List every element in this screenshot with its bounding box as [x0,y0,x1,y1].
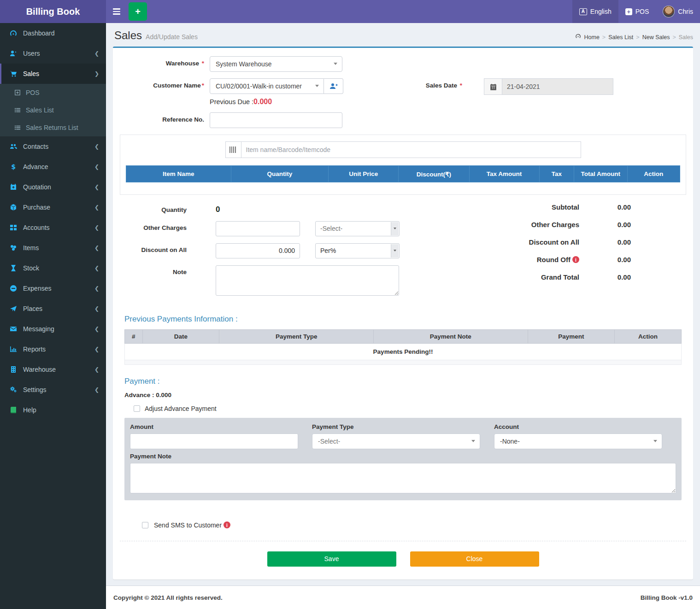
divider [120,541,686,541]
user-plus-icon [8,50,18,57]
sidebar-item-quotation[interactable]: Quotation ❮ [0,177,106,197]
copyright-text: Copyright © 2021 All rights reserved. [113,594,223,601]
chevron-left-icon: ❮ [94,143,99,150]
previous-due: Previous Due :0.000 [210,98,343,106]
sidebar-item-purchase[interactable]: Purchase ❮ [0,197,106,217]
building-icon [8,366,18,373]
calendar-plus-icon [8,183,18,191]
payment-note-label: Payment Note [130,453,676,460]
sidebar-item-accounts[interactable]: Accounts ❮ [0,217,106,238]
close-button[interactable]: Close [410,551,539,567]
chevron-left-icon: ❮ [94,184,99,190]
chevron-left-icon: ❮ [94,386,99,393]
chevron-left-icon: ❮ [94,366,99,373]
round-off-value: 0.00 [579,256,631,264]
warehouse-label: Warehouse * [120,56,210,67]
info-icon[interactable]: i [224,521,230,528]
discount-on-all-label: Discount on All [120,243,200,253]
note-textarea[interactable] [216,265,399,296]
language-menu[interactable]: A English [572,0,618,23]
sales-form-card: Warehouse * System Warehouse Customer Na… [113,47,693,580]
adjust-advance-checkbox[interactable] [134,405,140,412]
sidebar-item-dashboard[interactable]: Dashboard [0,23,106,43]
chevron-left-icon: ❮ [94,204,99,211]
sidebar-item-places[interactable]: Places ❮ [0,299,106,319]
sidebar-item-help[interactable]: Help [0,400,106,420]
cube-icon [8,204,18,211]
quick-add-button[interactable]: + [129,2,147,21]
account-label: Account [494,423,662,430]
sidebar-item-sales[interactable]: Sales ❯︎ [0,64,106,84]
quantity-total: 0 [216,203,220,214]
breadcrumb-home[interactable]: Home [584,34,599,41]
sidebar: Dashboard Users ❮ Sales ❯︎ POS Sales Lis… [0,23,106,609]
send-sms-checkbox[interactable] [142,522,148,528]
other-charges-label: Other Charges [120,221,200,231]
sidebar-item-users[interactable]: Users ❮ [0,43,106,64]
sales-date-input[interactable]: 21-04-2021 [502,78,613,95]
payments-pending-message: Payments Pending!! [125,343,682,360]
home-icon [575,34,581,41]
grand-total-label: Grand Total [541,273,579,281]
customer-select[interactable]: CU/02/0001-Walk-in customer [210,78,324,94]
hamburger-icon[interactable] [106,0,127,23]
account-select[interactable]: -None- [494,433,662,449]
payment-type-label: Payment Type [312,423,480,430]
gears-icon [8,386,18,393]
contacts-icon [8,143,18,150]
sidebar-item-contacts[interactable]: Contacts ❮ [0,136,106,157]
user-menu[interactable]: Chris [656,0,700,23]
warehouse-select[interactable]: System Warehouse [210,56,342,72]
adjust-advance-label: Adjust Advance Payment [145,405,217,412]
page-title: SalesAdd/Update Sales [114,29,198,42]
app-root: Billing Book + A English + POS Chris Das… [0,0,700,609]
chevron-left-icon: ❮ [94,265,99,271]
payment-note-textarea[interactable] [130,463,676,493]
info-icon[interactable]: i [572,256,579,263]
envelope-icon [8,325,18,333]
round-off-label: Round Offi [537,256,579,264]
sidebar-subitem-pos[interactable]: POS [0,84,106,101]
amount-input[interactable] [130,433,298,449]
sidebar-item-settings[interactable]: Settings ❮ [0,380,106,400]
sidebar-item-warehouse[interactable]: Warehouse ❮ [0,359,106,380]
grand-total-value: 0.00 [579,273,631,281]
pos-nav-button[interactable]: + POS [618,0,656,23]
chevron-down-icon [471,440,475,442]
payment-type-select[interactable]: -Select- [312,433,480,449]
customer-name-label: Customer Name* [120,78,210,89]
add-customer-button[interactable] [324,78,343,94]
dollar-icon: $ [8,163,18,170]
barcode-icon [225,141,241,158]
save-button[interactable]: Save [267,551,396,567]
breadcrumb-sales-list[interactable]: Sales List [608,34,633,41]
reference-no-input[interactable] [210,112,342,128]
send-sms-label: Send SMS to Customeri [154,521,230,529]
sidebar-item-reports[interactable]: Reports ❮ [0,339,106,359]
breadcrumb-new-sales[interactable]: New Sales [642,34,670,41]
item-search-input[interactable] [241,141,581,158]
app-logo[interactable]: Billing Book [0,0,106,23]
hourglass-icon [8,264,18,272]
payment-panel: Amount Payment Type -Select- Account [124,418,682,500]
sidebar-item-items[interactable]: Items ❮ [0,238,106,258]
dashboard-icon [8,29,18,37]
sidebar-item-expenses[interactable]: Expenses ❮ [0,278,106,299]
discount-on-all-input[interactable] [216,243,300,258]
sidebar-item-stock[interactable]: Stock ❮ [0,258,106,278]
other-charges-select[interactable]: -Select- [315,221,400,236]
app-version: Billing Book -v1.0 [641,594,693,601]
totals-section: Subtotal 0.00 Other Charges 0.00 Discoun… [415,203,686,303]
chevron-left-icon: ❮ [94,326,99,332]
discount-unit-select[interactable]: Per% [315,243,400,258]
other-charges-input[interactable] [216,221,300,236]
chevron-down-icon [653,440,657,442]
sidebar-subitem-sales-returns-list[interactable]: Sales Returns List [0,119,106,136]
sidebar-subitem-sales-list[interactable]: Sales List [0,101,106,119]
grid-icon [8,224,18,231]
sidebar-item-messaging[interactable]: Messaging ❮ [0,319,106,339]
chevron-left-icon: ❮ [94,224,99,231]
sidebar-item-advance[interactable]: $ Advance ❮ [0,157,106,177]
items-table: Item Name Quantity Unit Price Discount(₹… [126,165,680,194]
payment-heading: Payment : [124,377,682,386]
